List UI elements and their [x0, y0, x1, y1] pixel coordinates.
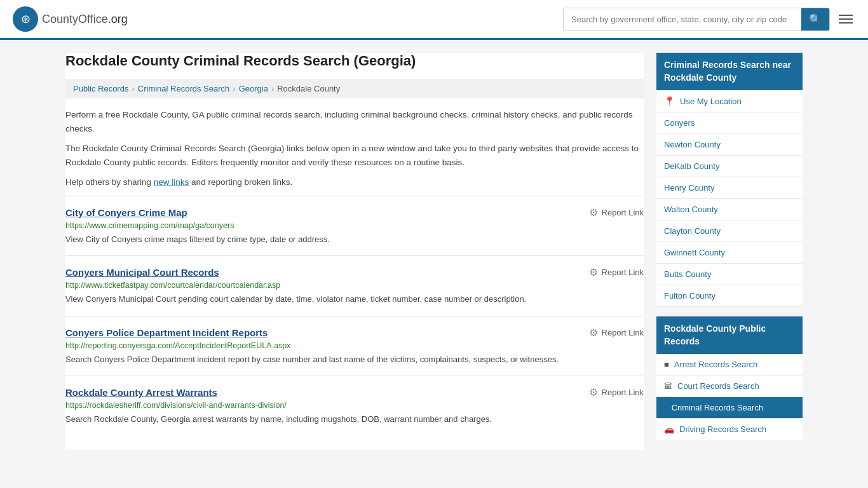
result-title-link[interactable]: Conyers Police Department Incident Repor…: [65, 327, 268, 338]
report-icon: ⚙: [589, 386, 598, 398]
criminal-icon: !: [664, 403, 667, 412]
criminal-records-link[interactable]: ! Criminal Records Search: [656, 397, 803, 418]
report-link-button[interactable]: ⚙ Report Link: [589, 327, 644, 339]
report-link-label: Report Link: [602, 388, 644, 397]
breadcrumb: Public Records › Criminal Records Search…: [65, 79, 644, 98]
global-search[interactable]: 🔍: [563, 8, 830, 31]
breadcrumb-sep-1: ›: [132, 84, 134, 93]
description-1: Perform a free Rockdale County, GA publi…: [65, 108, 644, 135]
search-button[interactable]: 🔍: [801, 8, 829, 30]
menu-line-3: [839, 22, 853, 24]
report-link-button[interactable]: ⚙ Report Link: [589, 266, 644, 278]
result-title-link[interactable]: Rockdale County Arrest Warrants: [65, 387, 217, 398]
nearby-item-fulton[interactable]: Fulton County: [656, 285, 803, 307]
report-link-label: Report Link: [602, 208, 644, 217]
nearby-use-location[interactable]: 📍 Use My Location: [656, 90, 803, 112]
result-desc: View Conyers Municipal Court pending cou…: [65, 293, 644, 306]
menu-line-1: [839, 15, 853, 16]
nearby-section-header: Criminal Records Search near Rockdale Co…: [656, 53, 803, 90]
nearby-walton-link[interactable]: Walton County: [656, 199, 803, 220]
nearby-fulton-link[interactable]: Fulton County: [656, 285, 803, 306]
nearby-item-butts[interactable]: Butts County: [656, 264, 803, 285]
result-item: Rockdale County Arrest Warrants ⚙ Report…: [65, 376, 644, 436]
nearby-henry-link[interactable]: Henry County: [656, 177, 803, 198]
result-title-link[interactable]: Conyers Municipal Court Records: [65, 267, 219, 278]
result-title-link[interactable]: City of Conyers Crime Map: [65, 207, 187, 218]
report-link-button[interactable]: ⚙ Report Link: [589, 207, 644, 219]
menu-line-2: [839, 18, 853, 20]
driving-records-link[interactable]: 🚗 Driving Records Search: [656, 419, 803, 440]
nearby-item-clayton[interactable]: Clayton County: [656, 220, 803, 242]
breadcrumb-public-records[interactable]: Public Records: [73, 84, 128, 93]
page-title: Rockdale County Criminal Records Search …: [65, 53, 644, 69]
breadcrumb-criminal-records-search[interactable]: Criminal Records Search: [138, 84, 230, 93]
report-icon: ⚙: [589, 207, 598, 219]
header-controls: 🔍: [563, 8, 855, 31]
nearby-item-dekalb[interactable]: DeKalb County: [656, 156, 803, 177]
pr-driving[interactable]: 🚗 Driving Records Search: [656, 419, 803, 440]
use-my-location-link[interactable]: 📍 Use My Location: [656, 90, 803, 112]
nearby-item-newton[interactable]: Newton County: [656, 134, 803, 156]
report-link-label: Report Link: [602, 268, 644, 277]
nearby-butts-link[interactable]: Butts County: [656, 264, 803, 285]
result-desc: View City of Conyers crime maps filtered…: [65, 233, 644, 246]
use-my-location-label: Use My Location: [680, 97, 742, 106]
driving-icon: 🚗: [664, 424, 674, 434]
nearby-item-henry[interactable]: Henry County: [656, 177, 803, 199]
logo-text: CountyOffice.org: [42, 13, 128, 26]
new-links-link[interactable]: new links: [154, 177, 189, 187]
court-icon: 🏛: [664, 381, 672, 391]
result-header: Rockdale County Arrest Warrants ⚙ Report…: [65, 386, 644, 398]
result-url: http://www.ticketfastpay.com/courtcalend…: [65, 281, 644, 290]
result-url: https://www.crimemapping.com/map/ga/cony…: [65, 221, 644, 230]
result-item: Conyers Police Department Incident Repor…: [65, 316, 644, 376]
driving-records-label: Driving Records Search: [679, 424, 766, 434]
nearby-gwinnett-link[interactable]: Gwinnett County: [656, 242, 803, 263]
report-icon: ⚙: [589, 327, 598, 339]
nearby-list: 📍 Use My Location Conyers Newton County …: [656, 90, 803, 307]
result-desc: Search Conyers Police Department inciden…: [65, 353, 644, 366]
nearby-item-conyers[interactable]: Conyers: [656, 112, 803, 134]
pr-criminal[interactable]: ! Criminal Records Search: [656, 397, 803, 419]
result-header: Conyers Municipal Court Records ⚙ Report…: [65, 266, 644, 278]
hamburger-menu-button[interactable]: [836, 12, 855, 26]
breadcrumb-georgia[interactable]: Georgia: [239, 84, 268, 93]
pr-court[interactable]: 🏛 Court Records Search: [656, 376, 803, 397]
nearby-conyers-link[interactable]: Conyers: [656, 112, 803, 133]
result-url: http://reporting.conyersga.com/AcceptInc…: [65, 341, 644, 350]
breadcrumb-sep-2: ›: [233, 84, 235, 93]
result-item: City of Conyers Crime Map ⚙ Report Link …: [65, 196, 644, 256]
nearby-clayton-link[interactable]: Clayton County: [656, 220, 803, 241]
result-item: Conyers Municipal Court Records ⚙ Report…: [65, 255, 644, 316]
court-records-label: Court Records Search: [677, 381, 759, 391]
pr-arrest[interactable]: ■ Arrest Records Search: [656, 354, 803, 376]
description-3-pre: Help others by sharing: [65, 177, 154, 187]
court-records-link[interactable]: 🏛 Court Records Search: [656, 376, 803, 396]
report-link-button[interactable]: ⚙ Report Link: [589, 386, 644, 398]
nearby-dekalb-link[interactable]: DeKalb County: [656, 156, 803, 177]
public-records-section: Rockdale County Public Records ■ Arrest …: [656, 316, 803, 440]
arrest-records-label: Arrest Records Search: [674, 360, 758, 369]
arrest-records-link[interactable]: ■ Arrest Records Search: [656, 354, 803, 375]
nearby-item-gwinnett[interactable]: Gwinnett County: [656, 242, 803, 264]
sidebar: Criminal Records Search near Rockdale Co…: [656, 53, 803, 450]
description-3-post: and reporting broken links.: [189, 177, 292, 187]
result-header: City of Conyers Crime Map ⚙ Report Link: [65, 207, 644, 219]
public-records-title: Rockdale County Public Records: [664, 323, 766, 346]
logo[interactable]: ⊛ CountyOffice.org: [13, 6, 128, 32]
nearby-section-title: Criminal Records Search near Rockdale Co…: [664, 60, 791, 83]
nearby-section: Criminal Records Search near Rockdale Co…: [656, 53, 803, 307]
content-area: Rockdale County Criminal Records Search …: [65, 53, 644, 450]
arrest-icon: ■: [664, 360, 669, 369]
nearby-newton-link[interactable]: Newton County: [656, 134, 803, 155]
logo-icon: ⊛: [13, 6, 38, 32]
public-records-list: ■ Arrest Records Search 🏛 Court Records …: [656, 354, 803, 440]
criminal-records-label: Criminal Records Search: [672, 403, 764, 412]
breadcrumb-current: Rockdale County: [277, 84, 340, 93]
breadcrumb-sep-3: ›: [271, 84, 274, 93]
report-icon: ⚙: [589, 266, 598, 278]
description-2: The Rockdale County Criminal Records Sea…: [65, 142, 644, 169]
nearby-item-walton[interactable]: Walton County: [656, 199, 803, 220]
site-header: ⊛ CountyOffice.org 🔍: [0, 0, 868, 40]
search-input[interactable]: [564, 8, 801, 30]
